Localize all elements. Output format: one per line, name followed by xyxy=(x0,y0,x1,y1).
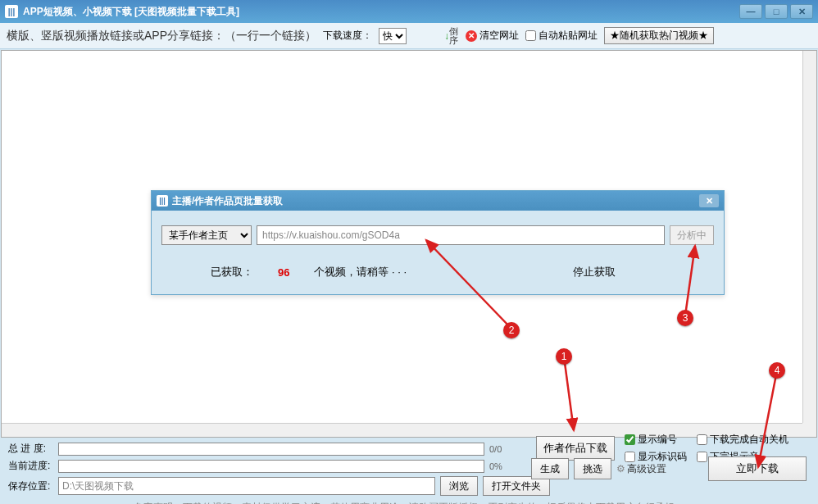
close-button[interactable]: ✕ xyxy=(790,4,813,19)
dialog-title: 主播/作者作品页批量获取 xyxy=(172,194,283,208)
stop-fetch-button[interactable]: 停止获取 xyxy=(573,265,616,279)
sort-toggle[interactable]: ↓ 倒序 xyxy=(444,27,459,45)
browse-button[interactable]: 浏览 xyxy=(440,476,478,496)
toolbar-main-label: 横版、竖版视频播放链接或APP分享链接：（一行一个链接） xyxy=(7,29,316,43)
minimize-button[interactable]: ― xyxy=(739,4,762,19)
current-progress-bar xyxy=(58,460,484,473)
gear-icon: ⚙ xyxy=(616,463,625,474)
toolbar: 横版、竖版视频播放链接或APP分享链接：（一行一个链接） 下载速度： 快 ↓ 倒… xyxy=(0,23,818,49)
dialog-icon: ||| xyxy=(157,195,168,207)
random-hot-video-button[interactable]: ★随机获取热门视频★ xyxy=(604,27,714,44)
speed-select[interactable]: 快 xyxy=(379,28,407,44)
save-path-input[interactable] xyxy=(58,477,435,495)
generate-button[interactable]: 生成 xyxy=(531,458,569,479)
analyze-button[interactable]: 分析中 xyxy=(670,225,714,245)
batch-fetch-dialog: ||| 主播/作者作品页批量获取 ✕ 某手作者主页 分析中 已获取： 96 个视… xyxy=(151,190,725,295)
disclaimer-text: 免责声明：下载的视频、素材仅供学习交流，若使用商业用途，请购买正版授权，否则产生… xyxy=(8,496,810,504)
speed-label: 下载速度： xyxy=(323,29,372,43)
wait-label: 个视频，请稍等 · · · xyxy=(314,265,407,279)
advanced-settings-link[interactable]: ⚙高级设置 xyxy=(616,462,666,476)
current-progress-label: 当前进度: xyxy=(8,459,53,473)
total-progress-label: 总 进 度: xyxy=(8,442,53,456)
author-url-input[interactable] xyxy=(257,225,665,245)
clear-label: 清空网址 xyxy=(479,29,519,43)
show-number-checkbox[interactable]: 显示编号 xyxy=(625,433,687,447)
auto-paste-checkbox[interactable]: 自动粘贴网址 xyxy=(525,29,598,43)
clear-urls-button[interactable]: ✕ 清空网址 xyxy=(466,29,519,43)
current-progress-text: 0% xyxy=(489,461,502,471)
fetched-label: 已获取： xyxy=(211,265,253,279)
dialog-close-button[interactable]: ✕ xyxy=(699,194,719,207)
fetched-count: 96 xyxy=(278,266,289,279)
dialog-titlebar: ||| 主播/作者作品页批量获取 ✕ xyxy=(152,191,724,211)
total-progress-bar xyxy=(58,443,484,456)
close-circle-icon: ✕ xyxy=(466,30,477,42)
pick-button[interactable]: 挑选 xyxy=(574,458,611,479)
app-icon: ||| xyxy=(5,5,18,18)
total-progress-text: 0/0 xyxy=(489,444,502,454)
download-now-button[interactable]: 立即下载 xyxy=(708,456,807,481)
maximize-button[interactable]: □ xyxy=(765,4,788,19)
author-source-select[interactable]: 某手作者主页 xyxy=(161,225,252,245)
titlebar: ||| APP短视频、小视频下载 [天图视频批量下载工具] ― □ ✕ xyxy=(0,0,818,23)
author-download-button[interactable]: 作者作品下载 xyxy=(536,436,615,461)
window-title: APP短视频、小视频下载 [天图视频批量下载工具] xyxy=(23,5,239,19)
vertical-scrollbar[interactable] xyxy=(802,51,816,423)
finish-shutdown-checkbox[interactable]: 下载完成自动关机 xyxy=(697,433,788,447)
save-location-label: 保存位置: xyxy=(8,479,53,493)
